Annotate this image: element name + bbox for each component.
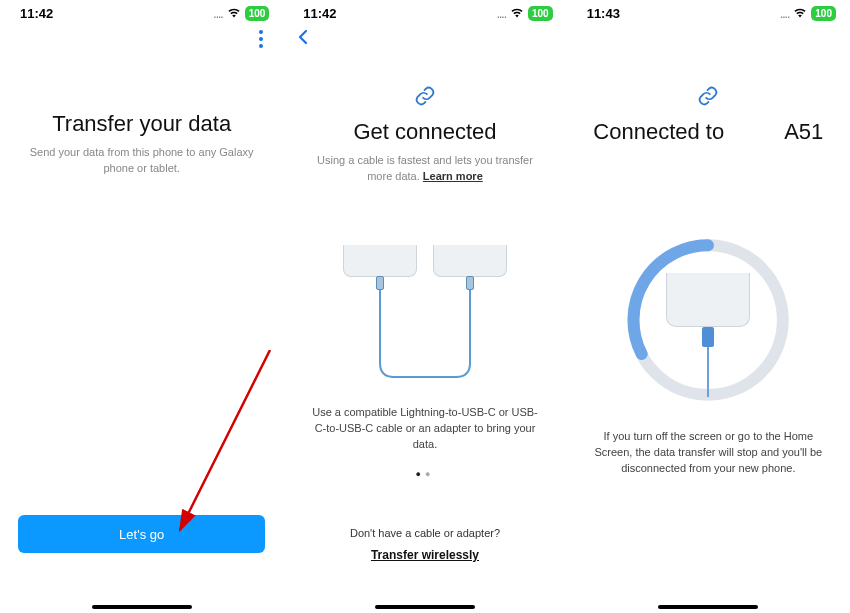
connected-to-label: Connected to bbox=[593, 119, 724, 145]
lets-go-button[interactable]: Let's go bbox=[18, 515, 265, 553]
connected-device-name: A51 bbox=[784, 119, 823, 145]
bottom-question: Don't have a cable or adapter? bbox=[283, 527, 566, 539]
status-bar: 11:42 .... 100 bbox=[0, 0, 283, 23]
home-indicator[interactable] bbox=[375, 605, 475, 609]
svg-line-0 bbox=[180, 350, 270, 530]
screen-connected: 11:43 .... 100 Connected to A51 bbox=[567, 0, 850, 613]
app-bar bbox=[567, 23, 850, 55]
status-time: 11:42 bbox=[20, 6, 53, 21]
screen-get-connected: 11:42 .... 100 Get connected Using a cab… bbox=[283, 0, 566, 613]
illustration-caption: Use a compatible Lightning-to-USB-C or U… bbox=[283, 395, 566, 453]
battery-icon: 100 bbox=[245, 6, 270, 21]
page-title: Connected to A51 bbox=[567, 119, 850, 145]
wifi-icon bbox=[510, 7, 524, 21]
status-time: 11:43 bbox=[587, 6, 620, 21]
cable-illustration bbox=[315, 245, 535, 395]
wifi-icon bbox=[227, 7, 241, 21]
battery-icon: 100 bbox=[528, 6, 553, 21]
link-icon bbox=[283, 85, 566, 111]
home-indicator[interactable] bbox=[92, 605, 192, 609]
progress-illustration bbox=[623, 235, 793, 405]
page-indicator: ●● bbox=[283, 469, 566, 479]
app-bar bbox=[283, 23, 566, 55]
learn-more-link[interactable]: Learn more bbox=[423, 170, 483, 182]
page-title: Transfer your data bbox=[0, 111, 283, 137]
status-bar: 11:42 .... 100 bbox=[283, 0, 566, 23]
screen-transfer: 11:42 .... 100 Transfer your data Send y… bbox=[0, 0, 283, 613]
cellular-icon: .... bbox=[497, 7, 506, 21]
status-bar: 11:43 .... 100 bbox=[567, 0, 850, 23]
warning-caption: If you turn off the screen or go to the … bbox=[567, 419, 850, 477]
page-subtitle: Send your data from this phone to any Ga… bbox=[0, 137, 283, 177]
app-bar bbox=[0, 23, 283, 55]
back-icon[interactable] bbox=[295, 29, 311, 49]
battery-icon: 100 bbox=[811, 6, 836, 21]
cellular-icon: .... bbox=[780, 7, 789, 21]
wifi-icon bbox=[793, 7, 807, 21]
transfer-wirelessly-link[interactable]: Transfer wirelessly bbox=[371, 548, 479, 562]
more-icon[interactable] bbox=[251, 29, 271, 49]
home-indicator[interactable] bbox=[658, 605, 758, 609]
link-icon bbox=[567, 85, 850, 111]
page-title: Get connected bbox=[283, 119, 566, 145]
status-time: 11:42 bbox=[303, 6, 336, 21]
page-subtitle: Using a cable is fastest and lets you tr… bbox=[283, 145, 566, 185]
cellular-icon: .... bbox=[213, 7, 222, 21]
